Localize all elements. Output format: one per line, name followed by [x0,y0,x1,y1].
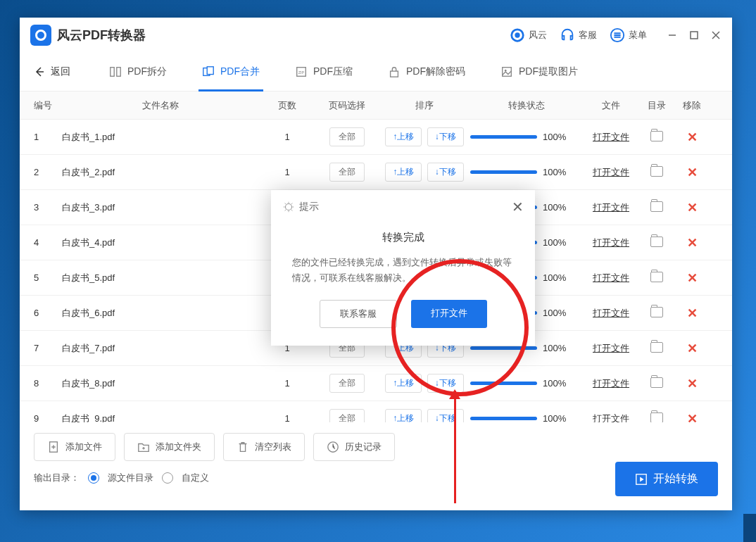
output-label: 输出目录： [34,472,80,484]
svg-text:ZIP: ZIP [298,70,305,75]
remove-row-button[interactable]: ✕ [687,377,698,391]
folder-icon[interactable] [650,377,663,388]
back-button[interactable]: 返回 [34,65,70,78]
progress-bar [470,135,537,139]
cell-filename: 白皮书_7.pdf [62,342,259,355]
tab-pdf-split[interactable]: PDF拆分 [92,53,184,92]
headset-icon [560,27,575,43]
page-select-button[interactable]: 全部 [329,374,365,393]
contact-support-button[interactable]: 联系客服 [320,300,397,328]
move-up-button[interactable]: ↑上移 [385,409,422,422]
cell-num: 2 [34,167,62,177]
open-file-button[interactable]: 打开文件 [411,300,487,328]
folder-icon[interactable] [650,412,663,423]
close-button[interactable] [710,30,722,41]
tab-pdf-unlock[interactable]: PDF解除密码 [370,53,483,92]
open-file-link[interactable]: 打开文件 [593,237,629,248]
support-label: 客服 [579,29,597,42]
history-button[interactable]: 历史记录 [313,433,395,461]
open-file-link[interactable]: 打开文件 [593,378,629,389]
folder-icon[interactable] [650,272,663,282]
radio-custom-dir[interactable] [162,472,173,484]
move-up-button[interactable]: ↑上移 [385,374,422,393]
add-folder-button[interactable]: 添加文件夹 [124,433,215,461]
open-file-link[interactable]: 打开文件 [593,132,629,142]
open-file-link[interactable]: 打开文件 [593,272,629,283]
fengyun-link[interactable]: 风云 [510,27,547,43]
remove-row-button[interactable]: ✕ [687,165,698,179]
dialog-hint-label: 提示 [299,201,319,213]
radio-source-dir[interactable] [88,472,99,484]
remove-row-button[interactable]: ✕ [687,130,698,144]
move-down-button[interactable]: ↓下移 [427,127,464,146]
open-file-link[interactable]: 打开文件 [593,308,629,318]
cell-num: 4 [34,237,62,248]
move-down-button[interactable]: ↓下移 [427,163,464,182]
open-file-link[interactable]: 打开文件 [593,202,629,213]
titlebar: 风云PDF转换器 风云 客服 菜单 [20,18,732,53]
folder-icon[interactable] [650,131,663,141]
folder-icon[interactable] [650,307,663,317]
svg-point-1 [515,32,519,37]
progress-percent: 100% [543,308,566,318]
header-select: 页码选择 [315,99,379,112]
remove-row-button[interactable]: ✕ [687,341,698,355]
cell-filename: 白皮书_8.pdf [62,377,259,390]
dialog-close-button[interactable]: ✕ [512,198,524,215]
minimize-button[interactable] [667,30,678,41]
move-down-button[interactable]: ↓下移 [427,374,464,393]
page-select-button[interactable]: 全部 [329,127,365,146]
remove-row-button[interactable]: ✕ [687,271,698,285]
cell-filename: 白皮书_9.pdf [62,412,259,423]
clear-list-button[interactable]: 清空列表 [223,433,305,461]
tab-pdf-compress[interactable]: ZIP PDF压缩 [277,53,370,92]
table-row: 9 白皮书_9.pdf 1 全部 ↑上移 ↓下移 100% 打开文件 ✕ [20,401,732,422]
fengyun-icon [510,27,525,43]
folder-icon[interactable] [650,166,663,177]
cell-num: 8 [34,378,62,389]
move-down-button[interactable]: ↓下移 [427,409,464,422]
cell-num: 3 [34,202,62,213]
cell-pages: 1 [259,167,315,177]
tab-label: PDF提取图片 [519,65,578,78]
remove-row-button[interactable]: ✕ [687,236,698,250]
page-select-button[interactable]: 全部 [329,163,365,182]
maximize-button[interactable] [688,30,700,41]
header-name: 文件名称 [62,99,259,112]
add-folder-icon [137,441,150,453]
header-dir: 目录 [639,99,674,112]
tab-pdf-merge[interactable]: PDF合并 [184,53,277,92]
fengyun-label: 风云 [529,29,547,42]
open-file-link[interactable]: 打开文件 [593,413,629,423]
progress-bar [470,382,537,385]
table-row: 1 白皮书_1.pdf 1 全部 ↑上移 ↓下移 100% 打开文件 ✕ [20,120,732,155]
cell-num: 5 [34,272,62,283]
open-file-link[interactable]: 打开文件 [593,167,629,177]
open-file-link[interactable]: 打开文件 [593,343,629,353]
add-file-button[interactable]: 添加文件 [34,433,115,461]
start-convert-button[interactable]: 开始转换 [615,462,718,496]
folder-icon[interactable] [650,342,663,353]
remove-row-button[interactable]: ✕ [687,306,698,320]
remove-row-button[interactable]: ✕ [687,201,698,215]
page-select-button[interactable]: 全部 [329,409,365,422]
support-link[interactable]: 客服 [560,27,597,43]
progress-percent: 100% [543,167,566,177]
move-up-button[interactable]: ↑上移 [385,163,422,182]
progress: 100% [470,378,583,389]
progress-bar [470,170,537,174]
cell-filename: 白皮书_1.pdf [62,131,259,144]
taskbar-edge [743,514,756,542]
folder-icon[interactable] [650,237,663,247]
back-label: 返回 [51,65,70,78]
move-up-button[interactable]: ↑上移 [385,127,422,146]
remove-row-button[interactable]: ✕ [687,412,698,423]
history-label: 历史记录 [345,441,382,453]
tab-pdf-extract-image[interactable]: PDF提取图片 [483,53,596,92]
menu-link[interactable]: 菜单 [610,27,647,43]
header-file: 文件 [583,99,639,112]
folder-icon[interactable] [650,201,663,212]
image-icon [500,65,513,78]
progress-percent: 100% [543,202,566,213]
progress: 100% [470,167,583,177]
